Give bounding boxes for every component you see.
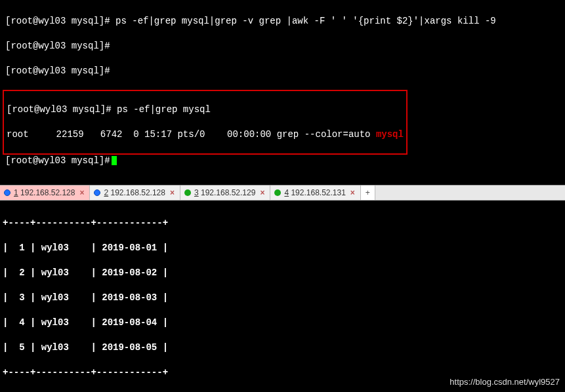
tab-4[interactable]: 4 192.168.52.131 × <box>270 186 360 200</box>
highlighted-block: [root@wyl03 mysql]# ps -ef|grep mysql ro… <box>3 90 408 155</box>
table-row: | 1 | wyl03 | 2019-08-01 | <box>3 242 562 254</box>
top-terminal[interactable]: [root@wyl03 mysql]# ps -ef|grep mysql|gr… <box>0 0 565 185</box>
terminal-line: [root@wyl03 mysql]# ps -ef|grep mysql|gr… <box>5 15 560 28</box>
tab-2[interactable]: 2 192.168.52.128 × <box>90 186 180 200</box>
shell-prompt: [root@wyl03 mysql]# <box>5 155 110 166</box>
shell-prompt: [root@wyl03 mysql]# <box>5 41 110 51</box>
shell-prompt: [root@wyl03 mysql]# <box>5 66 110 76</box>
status-dot-icon <box>274 189 281 196</box>
new-tab-button[interactable]: + <box>361 186 375 200</box>
tab-close-button[interactable]: × <box>78 188 85 197</box>
grep-match: mysql <box>376 129 404 140</box>
ps-output: root 22159 6742 0 15:17 pts/0 00:00:00 g… <box>7 129 376 140</box>
tab-label: 192.168.52.131 <box>291 188 345 197</box>
status-dot-icon <box>94 189 100 196</box>
table-border: +----+----------+------------+ <box>3 217 562 229</box>
status-dot-icon <box>184 189 191 196</box>
tab-1[interactable]: 1 192.168.52.128 × <box>0 186 90 200</box>
tab-label: 192.168.52.128 <box>111 188 165 197</box>
tab-spacer <box>375 186 565 200</box>
status-dot-icon <box>4 189 10 196</box>
bottom-terminal[interactable]: +----+----------+------------+ | 1 | wyl… <box>0 201 565 392</box>
shell-prompt: [root@wyl03 mysql]# <box>5 16 110 26</box>
tab-bar: 1 192.168.52.128 × 2 192.168.52.128 × 3 … <box>0 185 565 201</box>
tab-close-button[interactable]: × <box>259 188 266 197</box>
table-row: | 5 | wyl03 | 2019-08-05 | <box>3 342 562 354</box>
terminal-line: [root@wyl03 mysql]# <box>5 155 560 167</box>
tab-close-button[interactable]: × <box>349 188 356 197</box>
shell-prompt: [root@wyl03 mysql]# <box>7 104 112 115</box>
watermark: https://blog.csdn.net/wyl9527 <box>450 377 560 387</box>
tab-label: 192.168.52.129 <box>201 188 255 197</box>
table-row: | 2 | wyl03 | 2019-08-02 | <box>3 267 562 279</box>
tab-number: 4 <box>284 188 289 197</box>
terminal-line: [root@wyl03 mysql]# <box>5 40 560 52</box>
tab-label: 192.168.52.128 <box>20 188 75 197</box>
tab-close-button[interactable]: × <box>169 188 176 197</box>
command-text: ps -ef|grep mysql <box>117 104 211 115</box>
command-text: ps -ef|grep mysql|grep -v grep |awk -F '… <box>110 16 496 26</box>
tab-3[interactable]: 3 192.168.52.129 × <box>180 186 270 200</box>
cursor-icon <box>112 156 117 165</box>
tab-number: 2 <box>104 188 108 197</box>
tab-number: 1 <box>14 188 18 197</box>
terminal-line: [root@wyl03 mysql]# <box>5 65 560 77</box>
tab-number: 3 <box>194 188 199 197</box>
table-row: | 3 | wyl03 | 2019-08-03 | <box>3 292 562 304</box>
table-row: | 4 | wyl03 | 2019-08-04 | <box>3 317 562 329</box>
terminal-line: root 22159 6742 0 15:17 pts/0 00:00:00 g… <box>7 128 404 141</box>
terminal-line: [root@wyl03 mysql]# ps -ef|grep mysql <box>7 104 404 116</box>
